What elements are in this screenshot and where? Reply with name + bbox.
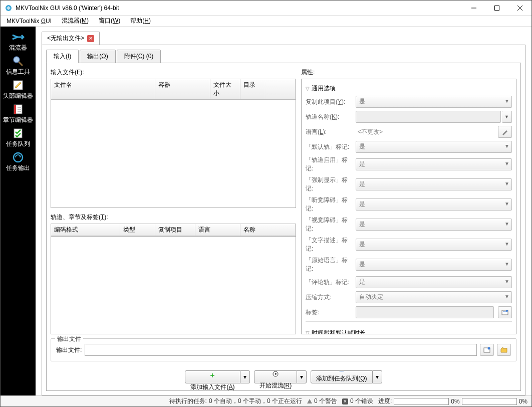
enabled-flag-select[interactable]: 是▼ bbox=[356, 158, 512, 170]
output-section: 输出文件 输出文件: bbox=[51, 334, 516, 365]
col-size[interactable]: 文件大小 bbox=[210, 79, 240, 99]
sidebar-item-chapter-editor[interactable]: 章节编辑器 bbox=[2, 101, 35, 125]
output-icon bbox=[12, 151, 25, 164]
hearing-flag-select[interactable]: 是▼ bbox=[356, 198, 512, 211]
time-group[interactable]: ▽时间戳和默认帧时长 bbox=[306, 327, 512, 334]
start-mux-button[interactable]: 开始混流(R) bbox=[254, 370, 298, 383]
visual-flag-select[interactable]: 是▼ bbox=[356, 219, 512, 231]
tags-input[interactable] bbox=[356, 306, 494, 318]
tab-output[interactable]: 输出(O) bbox=[80, 50, 115, 63]
plus-icon: ＋ bbox=[209, 371, 216, 380]
general-group[interactable]: ▽通用选项 bbox=[306, 82, 512, 96]
comment-flag-select[interactable]: 是▼ bbox=[356, 276, 512, 288]
orig-lang-flag-label: 「原始语言」标记: bbox=[306, 256, 352, 273]
col-copy[interactable]: 复制项目 bbox=[155, 224, 195, 236]
row-visual-flag: 「视觉障碍」标记: 是▼ bbox=[306, 216, 512, 233]
close-button[interactable] bbox=[508, 1, 531, 16]
col-codec[interactable]: 编码格式 bbox=[51, 224, 120, 236]
row-enabled-flag: 「轨道启用」标记: 是▼ bbox=[306, 156, 512, 173]
tracks-list[interactable] bbox=[51, 236, 296, 334]
file-tab[interactable]: <无输出文件> ✕ bbox=[42, 32, 100, 45]
sidebar-item-muxer[interactable]: 混流器 bbox=[2, 29, 35, 53]
sidebar-item-output[interactable]: 任务输出 bbox=[2, 149, 35, 173]
errors-status[interactable]: ✕ 0 个错误 bbox=[342, 397, 373, 405]
col-name[interactable]: 名称 bbox=[240, 224, 296, 236]
app-icon bbox=[5, 4, 13, 12]
sidebar-label: 任务输出 bbox=[6, 165, 30, 171]
sidebar-item-header-editor[interactable]: 头部编辑器 bbox=[2, 77, 35, 101]
menubar: MKVToolNix GUI 混流器(M) 窗口(W) 帮助(H) bbox=[1, 16, 531, 27]
sidebar-label: 任务队列 bbox=[6, 141, 30, 147]
add-input-dropdown[interactable]: ▾ bbox=[240, 370, 250, 383]
output-browse-button[interactable] bbox=[480, 344, 494, 356]
warnings-status[interactable]: 0 个警告 bbox=[307, 397, 337, 405]
row-orig-lang-flag: 「原始语言」标记: 是▼ bbox=[306, 256, 512, 273]
progress-bar-2 bbox=[462, 398, 517, 405]
text-desc-flag-select[interactable]: 是▼ bbox=[356, 239, 512, 251]
filelist-header: 文件名 容器 文件大小 目录 bbox=[51, 79, 296, 100]
output-row: 输出文件: bbox=[56, 344, 511, 356]
col-filename[interactable]: 文件名 bbox=[51, 79, 155, 99]
menu-muxer[interactable]: 混流器(M) bbox=[60, 17, 91, 25]
copy-item-label: 复制此项目(Y): bbox=[306, 98, 352, 106]
sidebar-item-queue[interactable]: 任务队列 bbox=[2, 125, 35, 149]
properties-label: 属性: bbox=[301, 67, 516, 79]
maximize-button[interactable] bbox=[485, 1, 508, 16]
row-compression: 压缩方式: 自动决定▼ bbox=[306, 291, 512, 303]
menu-help[interactable]: 帮助(H) bbox=[128, 17, 153, 25]
minimize-button[interactable] bbox=[462, 1, 485, 16]
chevron-down-icon: ▼ bbox=[504, 201, 509, 207]
tags-browse-button[interactable] bbox=[498, 306, 512, 318]
chevron-down-icon: ▼ bbox=[504, 279, 509, 284]
chevron-down-icon: ▼ bbox=[504, 161, 509, 166]
orig-lang-flag-select[interactable]: 是▼ bbox=[356, 259, 512, 271]
sidebar-label: 混流器 bbox=[9, 45, 27, 51]
add-input-button[interactable]: ＋添加输入文件(A) bbox=[185, 370, 240, 383]
sidebar-item-info[interactable]: 信息工具 bbox=[2, 53, 35, 77]
row-language: 语言(L): <不更改> bbox=[306, 126, 512, 138]
tab-attachments[interactable]: 附件(C) (0) bbox=[117, 50, 161, 63]
row-text-desc-flag: 「文字描述」标记: 是▼ bbox=[306, 236, 512, 253]
start-mux-dropdown[interactable]: ▾ bbox=[297, 370, 307, 383]
chevron-down-icon: ▼ bbox=[504, 181, 509, 186]
chevron-down-icon: ▼ bbox=[504, 294, 509, 299]
svg-rect-9 bbox=[14, 105, 16, 114]
track-name-input[interactable] bbox=[356, 111, 501, 123]
col-container[interactable]: 容器 bbox=[155, 79, 210, 99]
forced-flag-select[interactable]: 是▼ bbox=[356, 178, 512, 190]
close-tab-icon[interactable]: ✕ bbox=[87, 35, 94, 42]
input-files-label: 输入文件(F): bbox=[51, 67, 296, 79]
col-dir[interactable]: 目录 bbox=[240, 79, 296, 99]
window-buttons bbox=[462, 1, 531, 16]
inner-tabs: 输入(I) 输出(O) 附件(C) (0) bbox=[46, 49, 521, 63]
add-queue-dropdown[interactable]: ▾ bbox=[373, 370, 382, 383]
input-files-list[interactable] bbox=[51, 100, 296, 208]
track-name-label: 轨道名称(K): bbox=[306, 113, 352, 121]
default-flag-select[interactable]: 是▼ bbox=[356, 141, 512, 153]
start-mux-group: 开始混流(R) ▾ bbox=[254, 370, 307, 383]
row-hearing-flag: 「听觉障碍」标记: 是▼ bbox=[306, 196, 512, 213]
tab-input[interactable]: 输入(I) bbox=[46, 50, 79, 63]
add-queue-button[interactable]: 添加到任务队列(Q) bbox=[311, 370, 372, 383]
menu-window[interactable]: 窗口(W) bbox=[97, 17, 122, 25]
copy-item-select[interactable]: 是▼ bbox=[356, 96, 512, 108]
hearing-flag-label: 「听觉障碍」标记: bbox=[306, 196, 352, 213]
language-edit-button[interactable] bbox=[498, 126, 512, 138]
row-forced-flag: 「强制显示」标记: 是▼ bbox=[306, 176, 512, 193]
col-lang[interactable]: 语言 bbox=[195, 224, 240, 236]
error-icon: ✕ bbox=[342, 398, 348, 404]
row-copy-item: 复制此项目(Y): 是▼ bbox=[306, 96, 512, 108]
play-icon bbox=[273, 371, 279, 378]
sidebar-label: 头部编辑器 bbox=[3, 93, 33, 99]
general-group-label: 通用选项 bbox=[312, 85, 336, 92]
output-recent-button[interactable] bbox=[497, 344, 511, 356]
columns: 输入文件(F): 文件名 容器 文件大小 目录 轨道、章节及标签(T): 编码格… bbox=[51, 67, 516, 334]
compression-select[interactable]: 自动决定▼ bbox=[356, 291, 512, 303]
col-type[interactable]: 类型 bbox=[120, 224, 155, 236]
svg-rect-2 bbox=[495, 6, 499, 10]
track-name-dropdown[interactable]: ▼ bbox=[502, 111, 512, 123]
content: 输入文件(F): 文件名 容器 文件大小 目录 轨道、章节及标签(T): 编码格… bbox=[46, 63, 521, 391]
output-file-input[interactable] bbox=[85, 344, 477, 356]
text-desc-flag-label: 「文字描述」标记: bbox=[306, 236, 352, 253]
menu-app[interactable]: MKVToolNix GUI bbox=[5, 18, 54, 25]
